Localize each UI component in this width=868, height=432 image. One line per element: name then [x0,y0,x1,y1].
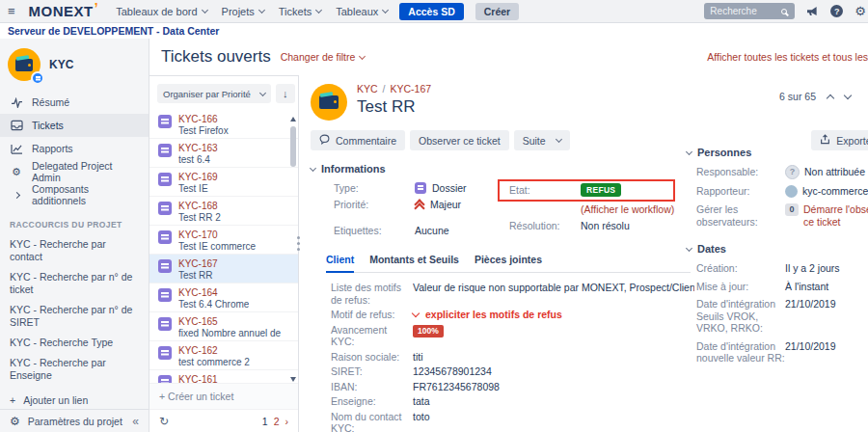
people-section-header[interactable]: Personnes [687,147,868,158]
scrollbar-thumb[interactable] [290,126,296,167]
page-header: Tickets ouverts Changer de filtre Affich… [149,39,868,75]
refresh-icon[interactable]: ↻ [159,415,169,428]
field-row: Enseigne: tata [331,395,868,408]
dates-section-header[interactable]: Dates [687,243,868,255]
issue-type-icon [158,259,172,273]
plus-icon: + [10,394,15,406]
ticket-title: Test RR [357,97,431,117]
ticket-list-item[interactable]: KYC-167 Test RR [149,255,298,284]
create-ticket-link[interactable]: + Créer un ticket [149,383,298,409]
logo-text: MONEXT [29,3,94,19]
page-title: Tickets ouverts [161,47,271,67]
breadcrumb-project-link[interactable]: KYC [357,83,378,94]
ticket-list-item[interactable]: KYC-165 fixed Nombre annuel de transa... [149,312,298,341]
ticket-key: KYC-165 [178,316,283,328]
issue-type-icon [158,202,172,215]
next-page-icon[interactable]: › [285,416,289,427]
tab-montants-et-seuils[interactable]: Montants et Seuils [369,254,459,273]
monext-logo[interactable]: MONEXT ’ [29,3,99,19]
sort-dropdown[interactable]: Organiser par Priorité [157,84,271,103]
field-reporter: Rapporteur: kyc-commerce [687,185,868,198]
project-settings-label[interactable]: Paramètres du projet [28,416,122,427]
watchers-count-badge[interactable]: 0 [785,203,799,216]
settings-gear-icon[interactable]: ⚙ [854,4,866,18]
ticket-list-item[interactable]: KYC-162 test commerce 2 [149,341,298,370]
date-value: Il y a 2 jours [785,262,840,275]
watch-ticket-button[interactable]: Observer ce ticket [410,130,509,150]
collapse-sidebar-icon[interactable]: « [132,415,139,428]
pager-position: 6 sur 65 [779,91,816,102]
change-filter-link[interactable]: Changer de filtre [281,51,366,63]
collapse-chevron-icon [686,148,692,154]
topnav-item[interactable]: Tickets [279,6,321,17]
ticket-key: KYC-162 [178,345,250,357]
export-icon [820,134,830,147]
help-icon[interactable]: ? [830,5,843,17]
start-watching-link[interactable]: Démarre l'observation de ce ticket [803,203,868,228]
project-header[interactable]: KYC [0,39,149,89]
app-switcher-icon[interactable]: ≡ [8,4,15,18]
ticket-header: KYC / KYC-167 Test RR 6 sur 65 [311,81,868,121]
ticket-list-item[interactable]: KYC-168 Test RR 2 [149,197,298,226]
sidebar-item-rapports[interactable]: Rapports [0,137,149,160]
sidebar-item-delegated-admin[interactable]: ⚙ Delegated Project Admin [0,160,149,183]
etat-annotation-box: Etat: REFUS [498,179,675,202]
ticket-list-item[interactable]: KYC-161 test commerce [149,370,298,383]
chevron-down-icon [202,7,208,14]
field-value: titi [413,351,423,364]
date-row: Date d'intégration Seuils VROK, VRKO, RR… [687,298,868,335]
shortcut-link[interactable]: KYC - Recherche par n° de ticket [0,267,149,300]
comment-bubble-icon [319,134,330,147]
ticket-list-item[interactable]: KYC-163 test 6.4 [149,139,298,168]
scroll-down-icon[interactable] [290,377,296,382]
shortcut-link[interactable]: KYC - Recherche par contact [0,234,149,267]
create-button[interactable]: Créer [475,3,519,20]
previous-ticket-icon[interactable] [827,94,834,101]
field-value: Valeur de risque non supportable par MON… [413,282,694,294]
tab-pieces-jointes[interactable]: Pièces jointes [475,254,542,273]
page-1[interactable]: 1 [262,416,268,427]
topnav-item[interactable]: Tableaux [336,6,388,17]
acces-sd-button[interactable]: Accès SD [399,3,463,20]
list-scrollbar[interactable] [288,117,297,382]
ticket-list-item[interactable]: KYC-164 Test 6.4 Chrome [149,284,298,312]
sidebar-item-tickets[interactable]: Tickets [0,114,149,137]
announcement-megaphone-icon[interactable] [806,6,819,16]
ticket-list-item[interactable]: KYC-169 Test IE [149,168,298,197]
sidebar-item-resume[interactable]: Résumé [0,91,149,114]
field-value: expliciter les motifs de refus [413,309,562,321]
project-settings-gear-icon[interactable]: ⚙ [10,415,20,428]
page-2[interactable]: 2 [274,416,280,427]
shortcut-link[interactable]: KYC - Recherche par Enseigne [0,353,149,386]
topnav-item[interactable]: Projets [222,6,264,17]
next-ticket-icon[interactable] [844,91,852,98]
ticket-key: KYC-164 [178,287,249,299]
show-workflow-link[interactable]: (Afficher le workflow) [581,203,674,215]
tab-client[interactable]: Client [326,254,354,273]
scroll-up-icon[interactable] [290,117,296,122]
app-body: KYC Résumé Tickets Rapports ⚙ Delegated … [0,39,868,432]
priority-major-icon [415,200,424,209]
project-avatar-wallet-icon [8,48,41,81]
chevron-down-icon [556,136,562,143]
detail-side-panel: Personnes Responsable: ? Non attribuée R… [687,147,868,370]
comment-button[interactable]: Commentaire [311,130,405,150]
issue-type-dossier-icon [415,182,426,194]
more-actions-button[interactable]: Suite [514,130,570,150]
ticket-key: KYC-161 [178,374,242,383]
sort-direction-button[interactable]: ↓ [276,84,295,103]
search-input[interactable]: Recherche [704,3,795,19]
sidebar-item-composants[interactable]: Composants additionnels [0,183,149,206]
view-all-tickets-link[interactable]: Afficher toutes les tickets et tous les [707,51,868,63]
date-value: À l'instant [785,281,828,293]
reporter-name[interactable]: kyc-commerce [802,185,868,198]
ticket-list-item[interactable]: KYC-166 Test Firefox [149,110,298,139]
shortcut-link[interactable]: KYC - Recherche par n° de SIRET [0,300,149,333]
field-row: IBAN: FR7612345678098 [331,381,868,393]
gear-list-icon: ⚙ [10,166,23,178]
breadcrumb-ticket-link[interactable]: KYC-167 [391,83,432,94]
topnav-item[interactable]: Tableaux de bord [116,6,206,17]
issue-type-icon [158,173,172,186]
ticket-list-item[interactable]: KYC-170 Test IE commerce [149,226,298,255]
shortcut-link[interactable]: KYC - Recherche Type [0,333,149,353]
